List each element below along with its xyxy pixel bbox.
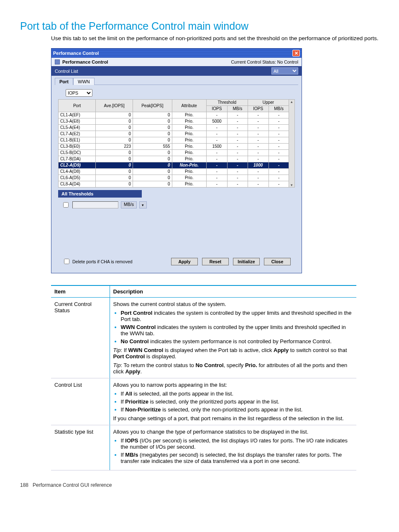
window-title: Performance Control (53, 51, 99, 56)
cell-t_mbs: - (228, 162, 248, 169)
cell-u_iops: - (248, 118, 269, 125)
desc-row-statistic-type-list: Statistic type list Allows you to change… (51, 425, 356, 470)
col-peak: Peak[IOPS] (133, 100, 172, 112)
table-row[interactable]: CL7-A(E2)00Prio.---- (59, 131, 289, 137)
desc-item: Current Control Status (51, 298, 110, 378)
desc-bullet: If MB/s (megabytes per second) is select… (121, 452, 353, 464)
cell-ave: 223 (96, 144, 133, 150)
table-row[interactable]: CL6-A(D5)00Prio.---- (59, 175, 289, 181)
all-thresholds-row: MB/s ▾ (58, 198, 295, 209)
cell-u_mbs: - (269, 131, 289, 137)
tab-port[interactable]: Port (55, 78, 73, 85)
cell-port: CL5-A(E4) (59, 125, 96, 131)
cell-t_iops: - (206, 169, 227, 175)
window-titlebar: Performance Control ✕ (51, 49, 302, 58)
cell-attr: Prio. (172, 150, 206, 156)
cell-u_mbs: - (269, 175, 289, 181)
apply-button[interactable]: Apply (171, 258, 198, 265)
control-list-select[interactable]: All (271, 67, 298, 75)
cell-u_iops: 1000 (248, 162, 269, 169)
cell-port: CL4-A(D8) (59, 169, 96, 175)
desc-text: Allows you to narrow ports appearing in … (110, 378, 356, 425)
cell-t_mbs: - (228, 144, 248, 150)
table-row[interactable]: CL5-A(E4)00Prio.---- (59, 125, 289, 131)
table-row[interactable]: CL2-A(D9)00Non-Prio.--1000- (59, 162, 289, 169)
col-threshold: Threshold (206, 100, 248, 106)
table-row[interactable]: CL3-B(E0)223555Prio.1500--- (59, 144, 289, 150)
table-row[interactable]: CL7-B(DA)00Prio.---- (59, 156, 289, 162)
cell-ave: 0 (96, 131, 133, 137)
cell-t_iops: 5000 (206, 118, 227, 125)
cell-peak: 555 (133, 144, 172, 150)
cell-u_mbs: - (269, 169, 289, 175)
cell-attr: Prio. (172, 169, 206, 175)
table-row[interactable]: CL5-B(DC)00Prio.---- (59, 150, 289, 156)
col-upper-iops: IOPS (248, 106, 269, 112)
all-thresholds-checkbox[interactable] (63, 202, 69, 208)
cell-peak: 0 (133, 131, 172, 137)
cell-port: CL8-A(D4) (59, 181, 96, 188)
cell-t_iops: - (206, 131, 227, 137)
cell-u_iops: - (248, 144, 269, 150)
cell-u_iops: - (248, 125, 269, 131)
cell-t_mbs: - (228, 169, 248, 175)
control-status: Current Control Status: No Control (231, 59, 298, 64)
cell-u_mbs: - (269, 112, 289, 118)
initialize-button[interactable]: Initialize (233, 258, 260, 265)
tab-strip: PortWWN IOPS Port Ave.[IOPS] Peak[IOPS] … (51, 76, 302, 273)
cell-attr: Prio. (172, 118, 206, 125)
desc-head-desc: Description (110, 285, 356, 298)
cell-peak: 0 (133, 137, 172, 144)
page-title: Port tab of the Performance Control main… (20, 20, 379, 32)
desc-para: Allows you to change the type of perform… (113, 429, 353, 435)
stat-type-select[interactable]: IOPS (66, 89, 92, 97)
cell-u_mbs: - (269, 181, 289, 188)
table-row[interactable]: CL1-B(E1)00Prio.---- (59, 137, 289, 144)
cell-u_mbs: - (269, 162, 289, 169)
desc-para: Shows the current control status of the … (113, 301, 353, 307)
section-icon (55, 59, 60, 64)
cell-ave: 0 (96, 112, 133, 118)
table-row[interactable]: CL8-A(D4)00Prio.---- (59, 181, 289, 188)
all-thresholds-input[interactable] (72, 201, 118, 208)
cell-attr: Prio. (172, 112, 206, 118)
col-attr: Attribute (172, 100, 206, 112)
desc-tip: Tip: If WWN Control is displayed when th… (113, 347, 353, 360)
scroll-down-icon[interactable]: ▾ (289, 183, 294, 187)
desc-para: Allows you to narrow ports appearing in … (113, 382, 353, 388)
close-icon[interactable]: ✕ (292, 50, 300, 57)
reset-button[interactable]: Reset (202, 258, 229, 265)
cell-t_iops: - (206, 137, 227, 144)
status-value: No Control (277, 59, 298, 64)
desc-text: Shows the current control status of the … (110, 298, 356, 378)
all-thresholds-label: All Thresholds (58, 190, 142, 198)
desc-item: Control List (51, 378, 110, 425)
cell-port: CL6-A(D5) (59, 175, 96, 181)
desc-bullet: Port Control indicates the system is con… (121, 310, 353, 322)
scroll-up-icon[interactable]: ▴ (289, 100, 294, 104)
cell-peak: 0 (133, 175, 172, 181)
footer-text: Performance Control GUI reference (33, 482, 112, 488)
delete-ports-checkbox-label[interactable]: Delete ports if CHA is removed (62, 257, 133, 265)
close-button[interactable]: Close (264, 258, 291, 265)
delete-ports-checkbox[interactable] (64, 259, 69, 264)
cell-ave: 0 (96, 125, 133, 131)
desc-bullet: No Control indicates the system performa… (121, 338, 353, 344)
cell-port: CL7-B(DA) (59, 156, 96, 162)
cell-attr: Prio. (172, 144, 206, 150)
col-threshold-mbs: MB/s (228, 106, 248, 112)
cell-t_mbs: - (228, 137, 248, 144)
cell-u_iops: - (248, 112, 269, 118)
table-row[interactable]: CL3-A(E8)00Prio.5000--- (59, 118, 289, 125)
cell-u_iops: - (248, 169, 269, 175)
tab-wwn[interactable]: WWN (73, 78, 95, 85)
grid-scrollbar[interactable]: ▴ ▾ (289, 99, 295, 188)
cell-u_iops: - (248, 175, 269, 181)
unit-dropdown-icon[interactable]: ▾ (139, 201, 147, 208)
table-row[interactable]: CL4-A(D8)00Prio.---- (59, 169, 289, 175)
table-row[interactable]: CL1-A(EF)00Prio.---- (59, 112, 289, 118)
cell-peak: 0 (133, 150, 172, 156)
cell-t_mbs: - (228, 181, 248, 188)
desc-text: Allows you to change the type of perform… (110, 425, 356, 470)
desc-bullet: If Prioritize is selected, only the prio… (121, 398, 353, 405)
